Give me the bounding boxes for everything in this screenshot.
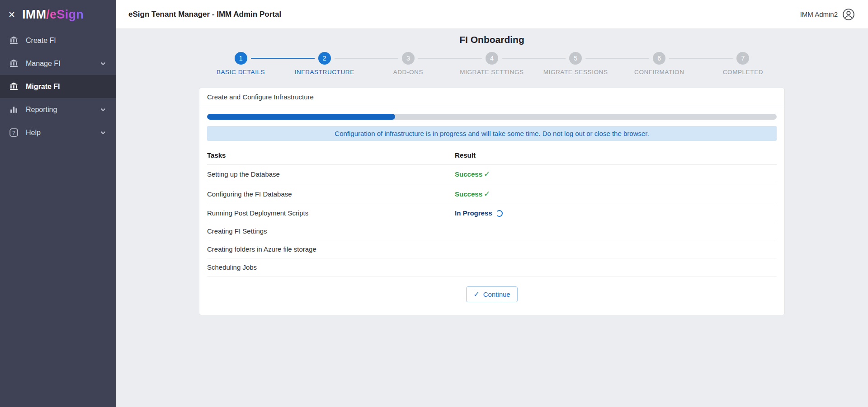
table-row: Creating folders in Azure file storage — [207, 240, 777, 258]
user-avatar-icon — [842, 8, 855, 21]
step-label: INFRASTRUCTURE — [295, 69, 354, 75]
infrastructure-card: Create and Configure Infrastructure Conf… — [199, 88, 785, 315]
result-cell — [455, 240, 777, 258]
user-menu[interactable]: IMM Admin2 — [800, 8, 855, 21]
user-name: IMM Admin2 — [800, 10, 838, 18]
chevron-down-icon — [99, 60, 107, 67]
step-circle: 6 — [653, 52, 665, 65]
table-row: Running Post Deployment Scripts In Progr… — [207, 204, 777, 222]
step-connector — [251, 58, 315, 59]
sidebar: ✕ IMM/eSign Create FI Manage FI Migrate … — [0, 0, 116, 407]
step-connector — [502, 58, 566, 59]
step-label: COMPLETED — [723, 69, 763, 75]
sidebar-item-reporting[interactable]: Reporting — [0, 98, 116, 121]
step-circle: 1 — [235, 52, 247, 65]
result-cell: Success✓ — [455, 184, 777, 204]
step-label: BASIC DETAILS — [217, 69, 265, 75]
sidebar-item-migrate-fi[interactable]: Migrate FI — [0, 75, 116, 98]
stepper-step-migrate-sessions: 5 MIGRATE SESSIONS — [534, 52, 618, 75]
task-cell: Configuring the FI Database — [207, 184, 455, 204]
sidebar-item-label: Migrate FI — [26, 83, 60, 91]
stepper-step-completed: 7 COMPLETED — [701, 52, 785, 75]
result-text: In Progress — [455, 209, 492, 217]
column-header-tasks: Tasks — [207, 145, 455, 164]
result-cell — [455, 222, 777, 240]
tasks-table: Tasks Result Setting up the Database Suc… — [207, 145, 777, 276]
table-row: Configuring the FI Database Success✓ — [207, 184, 777, 204]
column-header-result: Result — [455, 145, 777, 164]
button-row: ✓ Continue — [199, 276, 784, 315]
logo-esign: /eSign — [46, 8, 84, 21]
app-title: eSign Tenant Manager - IMM Admin Portal — [128, 10, 281, 19]
card-title: Create and Configure Infrastructure — [199, 88, 784, 106]
bank-icon — [9, 36, 19, 45]
step-connector — [335, 58, 398, 59]
top-header: eSign Tenant Manager - IMM Admin Portal … — [116, 0, 868, 29]
table-header-row: Tasks Result — [207, 145, 777, 164]
stepper-step-add-ons: 3 ADD-ONS — [366, 52, 450, 75]
page-title: FI Onboarding — [116, 34, 868, 45]
sidebar-item-help[interactable]: ? Help — [0, 121, 116, 144]
task-cell: Running Post Deployment Scripts — [207, 204, 455, 222]
task-cell: Scheduling Jobs — [207, 258, 455, 276]
sidebar-item-label: Reporting — [26, 106, 57, 114]
info-banner: Configuration of infrastructure is in pr… — [207, 126, 777, 141]
check-icon: ✓ — [473, 290, 479, 299]
step-connector — [418, 58, 482, 59]
sidebar-nav: Create FI Manage FI Migrate FI Reporting — [0, 29, 116, 144]
close-icon[interactable]: ✕ — [8, 10, 15, 19]
step-connector — [585, 58, 649, 59]
step-circle: 5 — [569, 52, 582, 65]
logo-imm: IMM — [22, 8, 46, 21]
progress-fill — [207, 114, 395, 120]
result-cell — [455, 258, 777, 276]
task-cell: Creating FI Settings — [207, 222, 455, 240]
stepper-step-infrastructure: 2 INFRASTRUCTURE — [283, 52, 366, 75]
sidebar-header: ✕ IMM/eSign — [0, 0, 116, 29]
step-label: CONFIRMATION — [634, 69, 684, 75]
table-row: Creating FI Settings — [207, 222, 777, 240]
chevron-down-icon — [99, 129, 107, 136]
stepper-step-confirmation: 6 CONFIRMATION — [618, 52, 701, 75]
result-text: Success — [455, 170, 482, 178]
task-cell: Creating folders in Azure file storage — [207, 240, 455, 258]
continue-button[interactable]: ✓ Continue — [466, 286, 517, 302]
step-circle: 2 — [318, 52, 331, 65]
stepper-step-migrate-settings: 4 MIGRATE SETTINGS — [450, 52, 533, 75]
chart-icon — [9, 105, 19, 114]
step-circle: 7 — [736, 52, 749, 65]
check-icon: ✓ — [484, 170, 490, 178]
step-connector — [669, 58, 733, 59]
sidebar-item-label: Manage FI — [26, 60, 60, 68]
table-row: Scheduling Jobs — [207, 258, 777, 276]
step-label: ADD-ONS — [393, 69, 423, 75]
continue-button-label: Continue — [483, 290, 510, 298]
check-icon: ✓ — [484, 190, 490, 198]
sidebar-item-create-fi[interactable]: Create FI — [0, 29, 116, 52]
svg-text:?: ? — [12, 130, 15, 136]
stepper: 1 BASIC DETAILS 2 INFRASTRUCTURE 3 ADD-O… — [199, 52, 785, 75]
step-label: MIGRATE SETTINGS — [460, 69, 524, 75]
spinner-icon — [496, 210, 503, 217]
chevron-down-icon — [99, 106, 107, 113]
result-cell: Success✓ — [455, 164, 777, 184]
progress-bar — [207, 114, 777, 120]
sidebar-item-label: Help — [26, 129, 41, 137]
sidebar-item-manage-fi[interactable]: Manage FI — [0, 52, 116, 75]
task-cell: Setting up the Database — [207, 164, 455, 184]
step-label: MIGRATE SESSIONS — [543, 69, 608, 75]
app-logo: IMM/eSign — [22, 8, 84, 22]
main-content: FI Onboarding 1 BASIC DETAILS 2 INFRASTR… — [116, 29, 868, 407]
table-row: Setting up the Database Success✓ — [207, 164, 777, 184]
result-text: Success — [455, 190, 482, 198]
bank-icon — [9, 82, 19, 91]
stepper-step-basic-details: 1 BASIC DETAILS — [199, 52, 283, 75]
sidebar-item-label: Create FI — [26, 37, 56, 45]
step-circle: 4 — [486, 52, 498, 65]
result-cell: In Progress — [455, 204, 777, 222]
bank-icon — [9, 59, 19, 68]
step-circle: 3 — [402, 52, 415, 65]
help-icon: ? — [9, 128, 19, 137]
